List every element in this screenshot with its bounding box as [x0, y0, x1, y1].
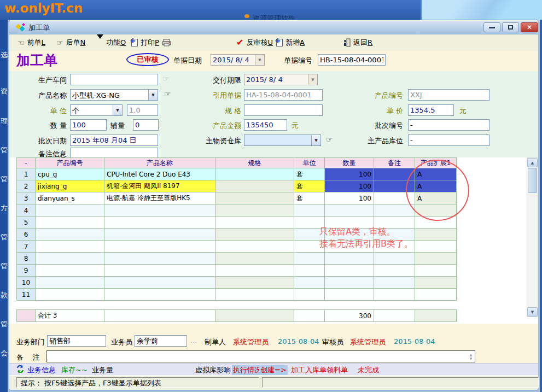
- grid-cell[interactable]: [374, 265, 415, 277]
- grid-cell[interactable]: [415, 277, 457, 289]
- grid-cell[interactable]: 100: [325, 180, 374, 192]
- note-input[interactable]: [46, 350, 475, 362]
- grid-cell[interactable]: [215, 168, 294, 180]
- more-button[interactable]: ...: [190, 336, 197, 344]
- row-number-cell[interactable]: 3: [17, 192, 36, 204]
- grid-cell[interactable]: [215, 277, 294, 289]
- exec-status-link[interactable]: 执行情况: [232, 365, 263, 375]
- batch-date-input[interactable]: [70, 134, 158, 146]
- doc-date-combobox[interactable]: 2015/ 8/ 4▼: [211, 54, 265, 66]
- grid-cell[interactable]: [104, 253, 215, 265]
- workshop-input[interactable]: [70, 74, 158, 85]
- grid-cell[interactable]: cpu_g: [36, 168, 104, 180]
- grid-cell[interactable]: [325, 204, 374, 217]
- grid-cell[interactable]: [325, 289, 374, 301]
- add-new-button[interactable]: 新增A: [276, 37, 305, 48]
- grid-cell[interactable]: [36, 204, 104, 217]
- qty-input[interactable]: [70, 119, 107, 131]
- picker-hand-icon[interactable]: ☞: [164, 90, 171, 98]
- grid-cell[interactable]: [374, 253, 415, 265]
- parent-menu-item[interactable]: 款: [1, 290, 8, 300]
- unit-combobox[interactable]: 个▼: [70, 104, 123, 116]
- column-header[interactable]: 备注: [374, 158, 415, 168]
- grid-cell[interactable]: [36, 265, 104, 277]
- create-target-link[interactable]: 加工入库单: [291, 365, 327, 375]
- unit-factor-input[interactable]: [127, 104, 158, 116]
- parent-menu-item[interactable]: 管理: [1, 232, 8, 242]
- doc-no-input[interactable]: [318, 54, 386, 66]
- grid-cell[interactable]: 套: [294, 192, 325, 204]
- restore-button[interactable]: [502, 22, 519, 32]
- row-number-cell[interactable]: 6: [17, 229, 36, 241]
- grid-cell[interactable]: 套: [294, 180, 325, 192]
- grid-cell[interactable]: [104, 277, 215, 289]
- grid-cell[interactable]: dianyuan_s: [36, 192, 104, 204]
- grid-cell[interactable]: [374, 289, 415, 301]
- minimize-button[interactable]: [483, 22, 500, 32]
- dept-input[interactable]: [47, 335, 106, 347]
- grid-cell[interactable]: 套: [294, 168, 325, 180]
- grid-cell[interactable]: [415, 229, 457, 241]
- grid-cell[interactable]: [104, 217, 215, 229]
- create-target-link[interactable]: 领料单: [327, 365, 348, 375]
- parent-menu-item[interactable]: 会计: [1, 348, 8, 358]
- parent-menu-item[interactable]: 理: [1, 116, 8, 126]
- product-name-combobox[interactable]: 小型机-XG-NG▼: [70, 89, 158, 101]
- clerk-input[interactable]: [135, 335, 187, 347]
- row-number-cell[interactable]: 10: [17, 277, 36, 289]
- grid-cell[interactable]: [294, 265, 325, 277]
- grid-cell[interactable]: [104, 204, 215, 217]
- grid-cell[interactable]: [104, 265, 215, 277]
- row-number-cell[interactable]: 2: [17, 180, 36, 192]
- row-number-cell[interactable]: 8: [17, 253, 36, 265]
- grid-cell[interactable]: [36, 277, 104, 289]
- main-location-input[interactable]: [408, 134, 489, 146]
- create-link[interactable]: 创建=>: [259, 365, 288, 375]
- grid-cell[interactable]: [325, 253, 374, 265]
- parent-menu-item[interactable]: 资: [1, 86, 8, 96]
- grid-cell[interactable]: [294, 289, 325, 301]
- column-header[interactable]: 单位: [294, 158, 325, 168]
- parent-menu-item[interactable]: 管理: [1, 261, 8, 271]
- grid-cell[interactable]: [104, 241, 215, 253]
- grid-cell[interactable]: [415, 289, 457, 301]
- grid-cell[interactable]: jixiang_g: [36, 180, 104, 192]
- column-header[interactable]: 产品名称: [104, 158, 215, 168]
- window-titlebar[interactable]: [9, 21, 538, 34]
- grid-cell[interactable]: [215, 241, 294, 253]
- parent-menu-item[interactable]: 管理: [1, 174, 8, 184]
- grid-cell[interactable]: 100: [325, 168, 374, 180]
- scroll-thumb[interactable]: [528, 168, 537, 193]
- vertical-scrollbar[interactable]: ▲ ▼: [527, 157, 538, 317]
- grid-cell[interactable]: [415, 241, 457, 253]
- grid-cell[interactable]: [36, 241, 104, 253]
- next-doc-button[interactable]: ☞ 后单N: [56, 37, 85, 48]
- grid-cell[interactable]: [215, 180, 294, 192]
- grid-cell[interactable]: [215, 265, 294, 277]
- grid-cell[interactable]: [325, 277, 374, 289]
- business-info-button[interactable]: 业务信息: [27, 365, 56, 375]
- unapprove-button[interactable]: ✔ 反审核U: [236, 37, 273, 48]
- close-button[interactable]: ✕: [521, 22, 538, 32]
- prev-doc-button[interactable]: ☜ 前单L: [18, 37, 45, 48]
- grid-cell[interactable]: 电源-航嘉 冷静王至尊版HK5: [104, 192, 215, 204]
- row-number-cell[interactable]: 4: [17, 204, 36, 217]
- grid-cell[interactable]: 机箱-金河田 飓风II 8197: [104, 180, 215, 192]
- grid-cell[interactable]: [36, 229, 104, 241]
- note-spinner[interactable]: ▲▼: [468, 352, 474, 361]
- scroll-up-button[interactable]: ▲: [527, 158, 538, 167]
- grid-cell[interactable]: 100: [325, 192, 374, 204]
- ref-doc-input[interactable]: [244, 89, 323, 101]
- grid-cell[interactable]: [36, 217, 104, 229]
- aux-qty-input[interactable]: [133, 119, 159, 131]
- grid-cell[interactable]: [215, 253, 294, 265]
- amount-input[interactable]: [244, 119, 287, 131]
- price-input[interactable]: [408, 104, 454, 116]
- grid-cell[interactable]: [104, 289, 215, 301]
- grid-cell[interactable]: [294, 277, 325, 289]
- return-button[interactable]: 返回R: [343, 37, 372, 48]
- grid-cell[interactable]: [215, 289, 294, 301]
- column-header[interactable]: 产品编号: [36, 158, 104, 168]
- main-warehouse-combobox[interactable]: ▼: [244, 134, 321, 146]
- column-header[interactable]: -: [17, 158, 36, 168]
